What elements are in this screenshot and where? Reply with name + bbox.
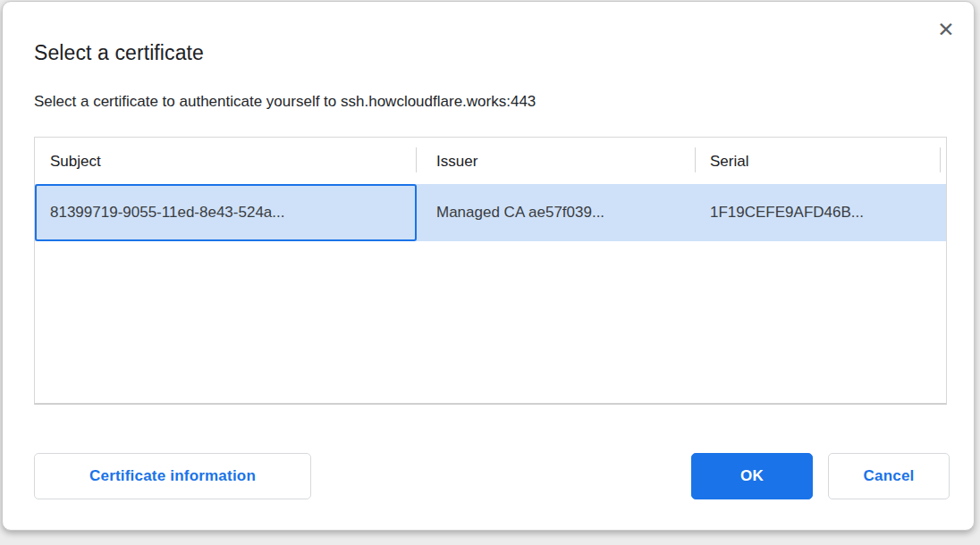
cell-subject[interactable]: 81399719-9055-11ed-8e43-524a... [35, 184, 417, 241]
cell-serial[interactable]: 1F19CEFE9AFD46B... [696, 184, 946, 241]
select-certificate-dialog: ✕ Select a certificate Select a certific… [2, 1, 975, 531]
column-header-issuer: Issuer [417, 138, 696, 184]
certificate-information-button[interactable]: Certificate information [34, 453, 311, 499]
certificate-table: Subject Issuer Serial 81399719-9055-11ed… [34, 137, 947, 405]
close-icon[interactable]: ✕ [931, 14, 961, 45]
table-header-row: Subject Issuer Serial [35, 138, 946, 184]
dialog-title: Select a certificate [34, 41, 204, 65]
dialog-subtitle: Select a certificate to authenticate you… [34, 93, 536, 111]
column-header-subject: Subject [35, 138, 417, 184]
cell-issuer[interactable]: Managed CA ae57f039... [417, 184, 696, 241]
column-header-serial: Serial [696, 138, 946, 184]
cancel-button[interactable]: Cancel [828, 453, 950, 499]
ok-button[interactable]: OK [691, 453, 813, 499]
table-row[interactable]: 81399719-9055-11ed-8e43-524a... Managed … [35, 184, 946, 241]
